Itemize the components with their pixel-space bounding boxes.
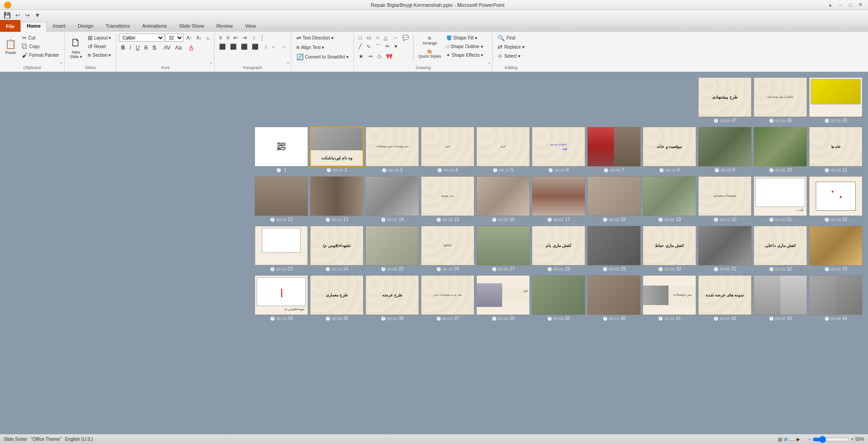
slide-thumb-2[interactable]: وه نام اوردپاشکت 🕐00:072 [310, 127, 364, 173]
shape-fill-button[interactable]: 🪣 Shape Fill ▾ [444, 34, 489, 42]
slide-thumb-29[interactable]: 🕐00:0529 [587, 226, 641, 271]
columns-btn[interactable]: ⋮ [258, 34, 267, 42]
view-reading-btn[interactable]: 📖 [789, 437, 795, 442]
shape-outline-button[interactable]: □ Shape Outline ▾ [444, 42, 489, 50]
slide-thumb-20[interactable]: توضیحات معماری 🕐00:1020 [698, 176, 752, 222]
strikethrough-btn[interactable]: S [142, 44, 150, 52]
new-slide-button[interactable]: 🗋 NewSlide ▾ [67, 34, 85, 62]
font-color-btn[interactable]: A [188, 44, 195, 52]
zoom-in-btn[interactable]: + [851, 437, 853, 442]
slide-thumb-46[interactable]: باتشکراریتان توجه شما 🕐00:1046 [753, 77, 807, 123]
slide-thumb-3[interactable]: متن توضیحات متن توضیحات 🕐00:103 [365, 127, 419, 173]
underline-btn[interactable]: U [134, 44, 141, 52]
slide-thumb-40[interactable]: 🕐00:1040 [587, 275, 641, 321]
tab-design[interactable]: Design [72, 22, 99, 32]
slide-thumb-24[interactable]: تشهداء(قوس م) 🕐00:1024 [310, 226, 364, 271]
view-normal-btn[interactable]: ▤ [778, 437, 782, 442]
text-direction-btn[interactable]: ⇌ Text Direction ▾ [294, 34, 351, 42]
customize-btn[interactable]: ▼ [33, 11, 42, 20]
slide-thumb-8[interactable]: موقعیت و خانه 🕐00:108 [643, 127, 696, 173]
slide-thumb-17[interactable]: 🕐00:0517 [532, 176, 585, 222]
find-button[interactable]: 🔍 Find [495, 34, 526, 42]
bold-btn[interactable]: B [119, 44, 127, 52]
format-painter-button[interactable]: 🖌 Format Painter [20, 51, 61, 59]
tab-animations[interactable]: Animations [136, 22, 173, 32]
block-arrow-shape[interactable]: ⇒ [366, 52, 374, 60]
font-expand[interactable]: ⌄ [210, 60, 213, 64]
slide-thumb-36[interactable]: طرح عرضه 🕐00:1036 [365, 275, 419, 321]
increase-indent-btn[interactable]: ⇥ [240, 34, 249, 42]
increase-font-btn[interactable]: A↑ [185, 35, 194, 41]
freeform-shape[interactable]: ✏ [384, 42, 392, 52]
change-case-btn[interactable]: Aa [173, 44, 184, 52]
arrange-button[interactable]: ⧉ Arrange [416, 34, 443, 47]
slide-thumb-42[interactable]: نمونه های عرضه شده 🕐00:0542 [698, 275, 752, 321]
slide-sorter-btn[interactable]: Slide Sorter [4, 437, 27, 442]
smart-indent-btn[interactable]: ↕ [251, 34, 257, 42]
slide-thumb-27[interactable]: 🕐00:0527 [476, 226, 530, 271]
italic-btn[interactable]: I [128, 44, 133, 52]
align-center-btn[interactable]: ⬛ [228, 43, 239, 51]
rectangle-shape[interactable]: □ [357, 34, 364, 42]
bullets-btn[interactable]: ≡ [217, 34, 224, 42]
slide-thumb-35[interactable]: طرح معماری 🕐00:0535 [310, 275, 364, 321]
star-shape[interactable]: ★ [357, 52, 365, 60]
slide-thumb-7[interactable]: 🕐00:057 [587, 127, 641, 173]
slide-thumb-16[interactable]: 🕐00:0516 [476, 176, 530, 222]
slide-thumb-15[interactable]: متن توضیح 🕐00:0515 [421, 176, 474, 222]
more-shapes[interactable]: ▾ [393, 42, 399, 52]
justify-btn[interactable]: ⬛ [250, 43, 260, 51]
flowchart-shape[interactable]: ◇ [375, 52, 383, 60]
slide-thumb-19[interactable]: 🕐00:0519 [643, 176, 696, 222]
tab-review[interactable]: Review [210, 22, 239, 32]
slide-thumb-11[interactable]: خانه ها 🕐00:1011 [809, 127, 863, 173]
slide-thumb-10[interactable]: 🕐00:0510 [753, 127, 807, 173]
slide-thumb-25[interactable]: 🕐00:0525 [365, 226, 419, 271]
oval-shape[interactable]: ○ [374, 34, 381, 42]
tab-home[interactable]: Home [21, 22, 47, 32]
slide-thumb-37[interactable]: نص عربی توضیحات متن 🕐00:1037 [421, 275, 474, 321]
slide-thumb-43[interactable]: 🕐00:0543 [753, 275, 807, 321]
slide-thumb-34[interactable]: شهداء(قوس م) 🕐00:1034 [254, 275, 308, 321]
tab-slideshow[interactable]: Slide Show [173, 22, 210, 32]
shadow-btn[interactable]: S [150, 44, 158, 52]
maximize-btn[interactable]: □ [846, 1, 854, 9]
replace-button[interactable]: ⇄ Replace ▾ [495, 43, 526, 51]
section-button[interactable]: ≡ Section ▾ [85, 51, 114, 59]
slide-thumb-22[interactable]: 🕐00:1022 [809, 176, 863, 222]
callout-shape[interactable]: 💬 [400, 34, 411, 42]
quick-styles-button[interactable]: 🎨 Quick Styles [416, 48, 443, 60]
slide-thumb-47[interactable]: طرح پیشنهادی 🕐00:0547 [698, 77, 752, 123]
layout-button[interactable]: ⊞ Layout ▾ [85, 34, 114, 42]
close-btn[interactable]: ✕ [856, 1, 864, 9]
tab-view[interactable]: View [239, 22, 262, 32]
rounded-rect-shape[interactable]: ▭ [364, 34, 373, 42]
cut-button[interactable]: ✂ Cut [20, 34, 61, 42]
ltr-btn[interactable]: → [279, 43, 288, 51]
para-expand[interactable]: ⌄ [286, 60, 290, 64]
ribbon-collapse-btn[interactable]: ▲ [826, 1, 834, 9]
decrease-font-btn[interactable]: A↓ [195, 35, 204, 41]
redo-btn[interactable]: ↪ [23, 11, 32, 20]
line-shape[interactable]: ╱ [357, 42, 364, 52]
slide-thumb-5[interactable]: خرید 🕐00:105 [476, 127, 530, 173]
decrease-indent-btn[interactable]: ⇤ [232, 34, 240, 42]
char-spacing-btn[interactable]: AV [162, 44, 172, 52]
minimize-btn[interactable]: − [836, 1, 844, 9]
curve-shape[interactable]: ∿ [364, 42, 373, 52]
tab-transitions[interactable]: Transitions [100, 22, 135, 32]
slide-thumb-41[interactable]: متن توضیحات 🕐00:1041 [643, 275, 696, 321]
numbered-btn[interactable]: ≡ [224, 34, 231, 42]
slide-thumb-14[interactable]: 🕐00:0514 [365, 176, 419, 222]
clipboard-expand[interactable]: ⌄ [60, 60, 63, 64]
zoom-out-btn[interactable]: − [808, 437, 811, 442]
slide-thumb-30[interactable]: کفش ماری حیاط 🕐00:0530 [643, 226, 696, 271]
align-left-btn[interactable]: ⬛ [217, 43, 228, 51]
paste-button[interactable]: 📋 Paste [3, 34, 19, 60]
zoom-slider[interactable] [813, 436, 849, 443]
undo-btn[interactable]: ↩ [14, 11, 22, 20]
view-sorter-btn[interactable]: ⊞ [784, 437, 788, 442]
triangle-shape[interactable]: △ [382, 34, 389, 42]
drawing-expand[interactable]: ⌄ [488, 60, 491, 64]
slide-thumb-26[interactable]: شکافها 🕐00:1026 [421, 226, 474, 271]
